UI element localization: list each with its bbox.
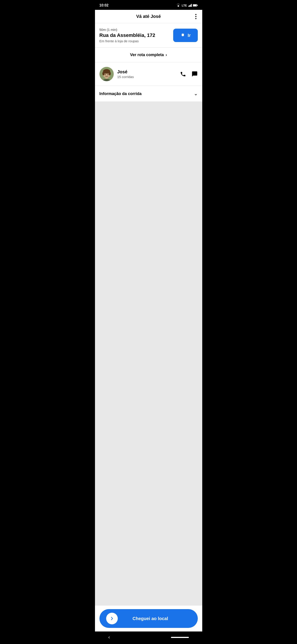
chevron-right-icon: › (166, 52, 167, 57)
go-button-label: Ir (188, 33, 191, 38)
svg-point-15 (107, 74, 108, 75)
header: Vá até José (95, 10, 202, 23)
dot-3 (195, 18, 196, 19)
arrived-button-arrow-container (106, 613, 118, 624)
lte-label: LTE (182, 4, 187, 7)
svg-rect-3 (191, 4, 192, 7)
dot-2 (195, 16, 196, 17)
passenger-avatar (99, 67, 114, 81)
passenger-actions (180, 71, 198, 77)
navigation-icon (180, 33, 186, 38)
svg-rect-6 (193, 5, 196, 6)
passenger-rides: 15 corridas (117, 75, 176, 79)
svg-rect-1 (189, 5, 190, 7)
arrived-button-text: Cheguei ao local (121, 616, 179, 621)
back-button[interactable]: ‹ (108, 634, 110, 640)
svg-point-12 (102, 72, 105, 75)
status-icons: LTE (176, 4, 198, 7)
address-hint: Em frente à loja de roupas (99, 39, 170, 43)
phone-icon (180, 71, 186, 77)
passenger-info: José 15 corridas (117, 69, 176, 79)
dot-1 (195, 14, 196, 15)
arrow-right-icon (109, 616, 115, 621)
passenger-name: José (117, 69, 176, 74)
map-area (95, 102, 202, 605)
go-button[interactable]: Ir (173, 28, 198, 42)
passenger-section: José 15 corridas (95, 62, 202, 86)
ride-info-section[interactable]: Informação da corrida ⌄ (95, 86, 202, 102)
signal-icon (188, 4, 192, 7)
app-container: Vá até José 50m (1 min) Rua da Assembléi… (95, 10, 202, 632)
nav-bar: ‹ (95, 632, 202, 644)
svg-rect-2 (190, 5, 191, 7)
arrived-button[interactable]: Cheguei ao local (99, 609, 198, 628)
status-bar: 10:02 LTE (95, 0, 202, 10)
header-title: Vá até José (136, 14, 161, 19)
route-link[interactable]: Ver rota completa › (95, 48, 202, 62)
wifi-icon (176, 4, 180, 7)
address-meta: 50m (1 min) (99, 28, 170, 32)
home-indicator[interactable] (171, 637, 189, 638)
ride-info-label: Informação da corrida (99, 92, 142, 96)
address-info: 50m (1 min) Rua da Assembléia, 172 Em fr… (99, 28, 170, 43)
call-button[interactable] (180, 71, 186, 77)
battery-icon (193, 4, 198, 7)
message-button[interactable] (192, 71, 198, 77)
address-name: Rua da Assembléia, 172 (99, 32, 170, 38)
address-section: 50m (1 min) Rua da Assembléia, 172 Em fr… (95, 23, 202, 48)
more-menu-button[interactable] (194, 12, 198, 20)
route-link-text: Ver rota completa (130, 52, 164, 57)
svg-rect-0 (188, 6, 189, 7)
status-time: 10:02 (99, 3, 109, 8)
svg-point-14 (105, 74, 106, 75)
bottom-cta: Cheguei ao local (95, 605, 202, 632)
chevron-down-icon: ⌄ (194, 91, 198, 96)
svg-point-13 (109, 72, 111, 75)
message-icon (192, 71, 198, 77)
svg-rect-5 (197, 5, 198, 6)
avatar-image (99, 67, 114, 81)
